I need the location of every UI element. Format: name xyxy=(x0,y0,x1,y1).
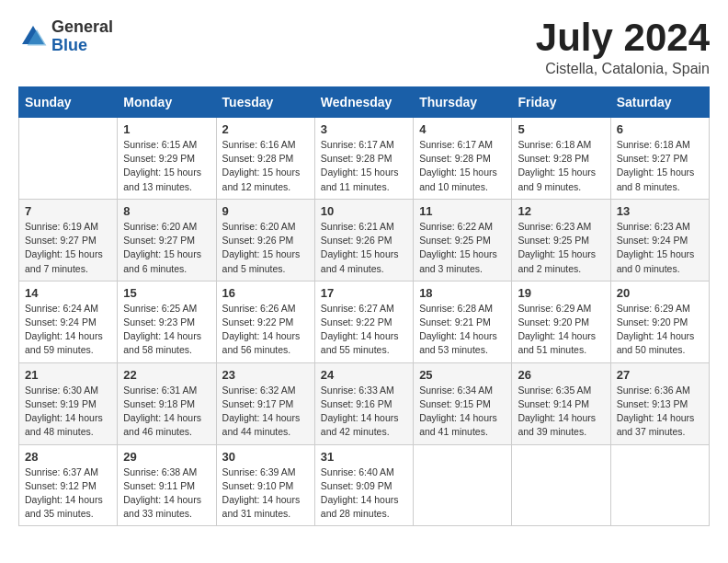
calendar-cell: 13Sunrise: 6:23 AM Sunset: 9:24 PM Dayli… xyxy=(610,199,709,281)
calendar-cell: 5Sunrise: 6:18 AM Sunset: 9:28 PM Daylig… xyxy=(512,118,610,200)
calendar-cell xyxy=(610,444,709,526)
calendar-table: SundayMondayTuesdayWednesdayThursdayFrid… xyxy=(18,86,710,526)
calendar-cell: 12Sunrise: 6:23 AM Sunset: 9:25 PM Dayli… xyxy=(512,199,610,281)
calendar-cell: 21Sunrise: 6:30 AM Sunset: 9:19 PM Dayli… xyxy=(19,362,118,444)
day-number: 28 xyxy=(25,450,111,464)
calendar-cell: 19Sunrise: 6:29 AM Sunset: 9:20 PM Dayli… xyxy=(512,281,610,362)
day-number: 17 xyxy=(321,286,407,300)
day-info: Sunrise: 6:33 AM Sunset: 9:16 PM Dayligh… xyxy=(321,384,407,440)
calendar-cell: 16Sunrise: 6:26 AM Sunset: 9:22 PM Dayli… xyxy=(216,281,314,362)
day-number: 11 xyxy=(419,204,506,218)
weekday-header-thursday: Thursday xyxy=(414,87,512,118)
day-number: 14 xyxy=(25,286,111,300)
calendar-cell xyxy=(414,444,512,526)
calendar-cell: 22Sunrise: 6:31 AM Sunset: 9:18 PM Dayli… xyxy=(118,362,216,444)
day-info: Sunrise: 6:31 AM Sunset: 9:18 PM Dayligh… xyxy=(123,384,210,440)
calendar-week-row: 21Sunrise: 6:30 AM Sunset: 9:19 PM Dayli… xyxy=(19,362,710,444)
location-subtitle: Cistella, Catalonia, Spain xyxy=(536,61,710,77)
logo: General Blue xyxy=(18,18,113,55)
day-info: Sunrise: 6:24 AM Sunset: 9:24 PM Dayligh… xyxy=(25,302,111,358)
day-number: 4 xyxy=(419,122,506,136)
calendar-cell: 11Sunrise: 6:22 AM Sunset: 9:25 PM Dayli… xyxy=(414,199,512,281)
day-number: 13 xyxy=(617,204,703,218)
calendar-cell: 24Sunrise: 6:33 AM Sunset: 9:16 PM Dayli… xyxy=(314,362,413,444)
calendar-week-row: 28Sunrise: 6:37 AM Sunset: 9:12 PM Dayli… xyxy=(19,444,710,526)
calendar-cell: 25Sunrise: 6:34 AM Sunset: 9:15 PM Dayli… xyxy=(414,362,512,444)
logo-icon xyxy=(18,22,48,52)
calendar-cell: 9Sunrise: 6:20 AM Sunset: 9:26 PM Daylig… xyxy=(216,199,314,281)
day-info: Sunrise: 6:30 AM Sunset: 9:19 PM Dayligh… xyxy=(25,384,111,440)
day-info: Sunrise: 6:20 AM Sunset: 9:26 PM Dayligh… xyxy=(222,220,309,276)
weekday-header-sunday: Sunday xyxy=(19,87,118,118)
calendar-cell: 15Sunrise: 6:25 AM Sunset: 9:23 PM Dayli… xyxy=(118,281,216,362)
day-info: Sunrise: 6:26 AM Sunset: 9:22 PM Dayligh… xyxy=(222,302,309,358)
calendar-cell: 14Sunrise: 6:24 AM Sunset: 9:24 PM Dayli… xyxy=(19,281,118,362)
day-info: Sunrise: 6:34 AM Sunset: 9:15 PM Dayligh… xyxy=(419,384,506,440)
day-number: 7 xyxy=(25,204,111,218)
day-number: 22 xyxy=(123,368,210,382)
day-info: Sunrise: 6:25 AM Sunset: 9:23 PM Dayligh… xyxy=(123,302,210,358)
calendar-cell: 18Sunrise: 6:28 AM Sunset: 9:21 PM Dayli… xyxy=(414,281,512,362)
logo-text: General Blue xyxy=(51,18,113,55)
day-info: Sunrise: 6:38 AM Sunset: 9:11 PM Dayligh… xyxy=(123,465,210,522)
calendar-cell: 26Sunrise: 6:35 AM Sunset: 9:14 PM Dayli… xyxy=(512,362,610,444)
day-number: 16 xyxy=(222,286,309,300)
logo-general: General xyxy=(51,18,113,37)
calendar-cell: 29Sunrise: 6:38 AM Sunset: 9:11 PM Dayli… xyxy=(118,444,216,526)
day-number: 23 xyxy=(222,368,309,382)
calendar-cell xyxy=(512,444,610,526)
calendar-cell: 30Sunrise: 6:39 AM Sunset: 9:10 PM Dayli… xyxy=(216,444,314,526)
calendar-cell: 10Sunrise: 6:21 AM Sunset: 9:26 PM Dayli… xyxy=(314,199,413,281)
calendar-cell: 23Sunrise: 6:32 AM Sunset: 9:17 PM Dayli… xyxy=(216,362,314,444)
day-info: Sunrise: 6:40 AM Sunset: 9:09 PM Dayligh… xyxy=(321,465,407,522)
day-info: Sunrise: 6:23 AM Sunset: 9:24 PM Dayligh… xyxy=(617,220,703,276)
calendar-cell xyxy=(19,118,118,200)
day-info: Sunrise: 6:37 AM Sunset: 9:12 PM Dayligh… xyxy=(25,465,111,522)
day-info: Sunrise: 6:36 AM Sunset: 9:13 PM Dayligh… xyxy=(617,384,703,440)
day-info: Sunrise: 6:15 AM Sunset: 9:29 PM Dayligh… xyxy=(123,138,210,194)
day-number: 3 xyxy=(321,122,407,136)
day-info: Sunrise: 6:23 AM Sunset: 9:25 PM Dayligh… xyxy=(518,220,604,276)
calendar-cell: 17Sunrise: 6:27 AM Sunset: 9:22 PM Dayli… xyxy=(314,281,413,362)
day-number: 12 xyxy=(518,204,604,218)
day-number: 21 xyxy=(25,368,111,382)
day-info: Sunrise: 6:22 AM Sunset: 9:25 PM Dayligh… xyxy=(419,220,506,276)
day-number: 8 xyxy=(123,204,210,218)
day-info: Sunrise: 6:18 AM Sunset: 9:28 PM Dayligh… xyxy=(518,138,604,194)
calendar-cell: 20Sunrise: 6:29 AM Sunset: 9:20 PM Dayli… xyxy=(610,281,709,362)
day-number: 19 xyxy=(518,286,604,300)
weekday-header-tuesday: Tuesday xyxy=(216,87,314,118)
weekday-header-saturday: Saturday xyxy=(610,87,709,118)
day-info: Sunrise: 6:21 AM Sunset: 9:26 PM Dayligh… xyxy=(321,220,407,276)
day-number: 15 xyxy=(123,286,210,300)
day-info: Sunrise: 6:29 AM Sunset: 9:20 PM Dayligh… xyxy=(518,302,604,358)
calendar-week-row: 14Sunrise: 6:24 AM Sunset: 9:24 PM Dayli… xyxy=(19,281,710,362)
calendar-cell: 6Sunrise: 6:18 AM Sunset: 9:27 PM Daylig… xyxy=(610,118,709,200)
day-info: Sunrise: 6:17 AM Sunset: 9:28 PM Dayligh… xyxy=(321,138,407,194)
day-number: 9 xyxy=(222,204,309,218)
day-number: 20 xyxy=(617,286,703,300)
calendar-cell: 8Sunrise: 6:20 AM Sunset: 9:27 PM Daylig… xyxy=(118,199,216,281)
calendar-cell: 31Sunrise: 6:40 AM Sunset: 9:09 PM Dayli… xyxy=(314,444,413,526)
page-header: General Blue July 2024 Cistella, Catalon… xyxy=(18,18,710,77)
day-info: Sunrise: 6:19 AM Sunset: 9:27 PM Dayligh… xyxy=(25,220,111,276)
weekday-header-wednesday: Wednesday xyxy=(314,87,413,118)
day-number: 26 xyxy=(518,368,604,382)
day-number: 30 xyxy=(222,450,309,464)
calendar-cell: 3Sunrise: 6:17 AM Sunset: 9:28 PM Daylig… xyxy=(314,118,413,200)
weekday-header-row: SundayMondayTuesdayWednesdayThursdayFrid… xyxy=(19,87,710,118)
day-number: 5 xyxy=(518,122,604,136)
title-section: July 2024 Cistella, Catalonia, Spain xyxy=(536,18,710,77)
day-number: 10 xyxy=(321,204,407,218)
calendar-cell: 7Sunrise: 6:19 AM Sunset: 9:27 PM Daylig… xyxy=(19,199,118,281)
day-number: 2 xyxy=(222,122,309,136)
day-info: Sunrise: 6:18 AM Sunset: 9:27 PM Dayligh… xyxy=(617,138,703,194)
weekday-header-monday: Monday xyxy=(118,87,216,118)
day-info: Sunrise: 6:17 AM Sunset: 9:28 PM Dayligh… xyxy=(419,138,506,194)
day-number: 25 xyxy=(419,368,506,382)
day-info: Sunrise: 6:35 AM Sunset: 9:14 PM Dayligh… xyxy=(518,384,604,440)
day-info: Sunrise: 6:27 AM Sunset: 9:22 PM Dayligh… xyxy=(321,302,407,358)
day-info: Sunrise: 6:29 AM Sunset: 9:20 PM Dayligh… xyxy=(617,302,703,358)
day-number: 27 xyxy=(617,368,703,382)
calendar-cell: 28Sunrise: 6:37 AM Sunset: 9:12 PM Dayli… xyxy=(19,444,118,526)
